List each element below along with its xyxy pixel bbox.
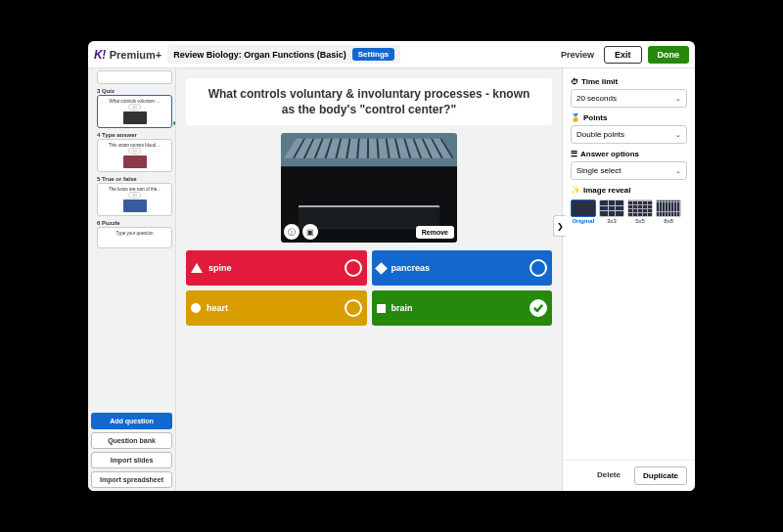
main-editor: What controls voluntary & involuntary pr… — [176, 68, 562, 491]
image-crop-icon[interactable]: ▣ — [302, 224, 318, 240]
sidebar: 3 Quiz What controls voluntary ... 20 4 … — [88, 68, 176, 491]
correct-toggle-1[interactable] — [345, 259, 362, 277]
slide-list: 3 Quiz What controls voluntary ... 20 4 … — [88, 68, 175, 410]
collapse-panel-button[interactable]: ❯ — [553, 215, 566, 237]
exit-button[interactable]: Exit — [604, 46, 642, 64]
slide-item-5[interactable]: 5 True or false The lungs are part of th… — [91, 176, 172, 216]
chevron-down-icon: ⌄ — [675, 95, 681, 103]
correct-toggle-2[interactable] — [530, 259, 547, 277]
chevron-down-icon: ⌄ — [675, 167, 681, 175]
slide-item-3[interactable]: 3 Quiz What controls voluntary ... 20 — [91, 88, 172, 128]
slide-item-4[interactable]: 4 Type answer This organ pumps blood ...… — [91, 132, 172, 172]
answer-4[interactable]: brain — [372, 290, 553, 326]
triangle-icon — [191, 263, 203, 273]
time-limit-select[interactable]: 20 seconds ⌄ — [571, 89, 687, 108]
answer-options-select[interactable]: Single select ⌄ — [571, 161, 687, 180]
clock-icon: ⏱ — [571, 77, 578, 86]
question-bank-button[interactable]: Question bank — [91, 432, 172, 449]
import-spreadsheet-button[interactable]: Import spreadsheet — [91, 471, 172, 488]
image-reveal-label: ✨ Image reveal — [571, 186, 687, 195]
image-area: ⓘ ▣ Remove — [281, 133, 457, 243]
settings-panel: ❯ ⏱ Time limit 20 seconds ⌄ 🏅 Points Dou… — [562, 68, 695, 491]
done-button[interactable]: Done — [648, 46, 690, 64]
square-icon — [377, 304, 386, 313]
logo-premium: Premium+ — [110, 49, 162, 61]
remove-image-button[interactable]: Remove — [416, 226, 454, 239]
slide-item-partial[interactable] — [91, 70, 172, 84]
add-question-button[interactable]: Add question — [91, 413, 172, 429]
import-slides-button[interactable]: Import slides — [91, 452, 172, 468]
preview-link[interactable]: Preview — [557, 50, 598, 60]
reveal-8x8[interactable]: 8x8 — [656, 200, 681, 224]
question-image[interactable]: ⓘ ▣ Remove — [281, 133, 457, 243]
quiz-title: Review Biology: Organ Functions (Basic) — [173, 50, 346, 60]
reveal-original[interactable]: Original — [571, 200, 596, 224]
chevron-down-icon: ⌄ — [675, 131, 681, 139]
image-info-icon[interactable]: ⓘ — [284, 224, 299, 240]
question-input[interactable]: What controls voluntary & involuntary pr… — [186, 78, 552, 125]
reveal-3x3[interactable]: 3x3 — [599, 200, 624, 224]
list-icon: ☰ — [571, 150, 577, 158]
slide-item-6[interactable]: 6 Puzzle Type your question — [91, 220, 172, 248]
image-reveal-options: Original 3x3 5x5 8x8 — [571, 200, 687, 224]
settings-button[interactable]: Settings — [352, 48, 395, 61]
trophy-icon: 🏅 — [571, 113, 580, 122]
app-window: K! Premium+ Review Biology: Organ Functi… — [88, 41, 695, 491]
points-label: 🏅 Points — [571, 113, 687, 122]
reveal-5x5[interactable]: 5x5 — [627, 200, 653, 224]
answer-2[interactable]: pancreas — [372, 250, 553, 286]
sidebar-actions: Add question Question bank Import slides… — [88, 410, 175, 491]
answer-1[interactable]: spine — [186, 250, 367, 286]
panel-footer: Delete Duplicate — [563, 460, 695, 491]
points-select[interactable]: Double points ⌄ — [571, 125, 687, 144]
answer-3[interactable]: heart — [186, 290, 367, 326]
title-bar: Review Biology: Organ Functions (Basic) … — [167, 45, 400, 64]
header-bar: K! Premium+ Review Biology: Organ Functi… — [88, 41, 695, 68]
circle-icon — [191, 303, 201, 313]
answers-grid: spine pancreas heart brain — [186, 250, 552, 326]
status-dot-icon — [173, 121, 175, 125]
sparkle-icon: ✨ — [571, 186, 580, 195]
duplicate-button[interactable]: Duplicate — [634, 466, 687, 485]
time-limit-label: ⏱ Time limit — [571, 77, 687, 86]
body: 3 Quiz What controls voluntary ... 20 4 … — [88, 68, 695, 491]
delete-button[interactable]: Delete — [589, 466, 628, 485]
correct-toggle-3[interactable] — [345, 299, 362, 317]
correct-toggle-4[interactable] — [530, 299, 547, 317]
diamond-icon — [375, 262, 388, 275]
logo-k: K! — [94, 48, 106, 62]
answer-options-label: ☰ Answer options — [571, 150, 687, 158]
